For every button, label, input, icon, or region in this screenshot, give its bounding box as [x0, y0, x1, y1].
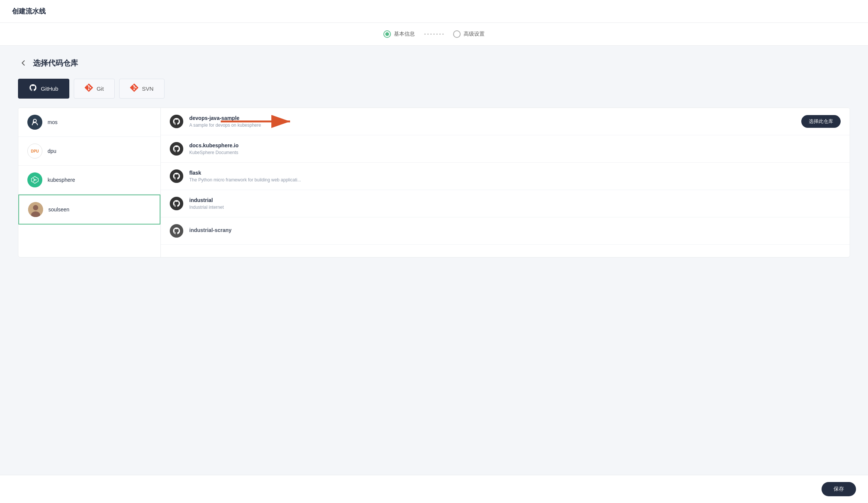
step-2-label: 高级设置	[464, 31, 485, 37]
github-tab-icon	[29, 84, 37, 94]
repo-desc-docs-kubesphere: KubeSphere Documents	[189, 150, 841, 155]
repo-item-devops-java-sample: devops-java-sample A sample for devops o…	[161, 108, 850, 135]
repo-icon-docs-kubesphere	[170, 142, 183, 156]
git-tab-icon	[85, 84, 93, 94]
repo-icon-industrial-scrany	[170, 224, 183, 238]
repo-item-docs-kubesphere: docs.kubesphere.io KubeSphere Documents	[161, 135, 850, 163]
account-item-kubesphere[interactable]: kubesphere	[18, 166, 160, 195]
repo-info-industrial: industrial Industrial internet	[189, 197, 841, 210]
save-button[interactable]: 保存	[822, 482, 856, 496]
repo-name-flask: flask	[189, 170, 841, 176]
repos-panel: devops-java-sample A sample for devops o…	[161, 108, 850, 257]
step-2-circle	[453, 30, 461, 38]
repo-item-industrial: industrial Industrial internet	[161, 190, 850, 217]
page-title: 创建流水线	[12, 7, 46, 15]
page-header: 创建流水线	[0, 0, 868, 23]
repo-name-docs-kubesphere: docs.kubesphere.io	[189, 142, 841, 148]
tab-github-label: GitHub	[41, 85, 58, 92]
account-avatar-mos	[27, 115, 42, 130]
main-content: 选择代码仓库 GitHub Git	[0, 46, 868, 269]
account-item-mos[interactable]: mos	[18, 108, 160, 137]
repo-desc-industrial: Industrial internet	[189, 205, 841, 210]
back-button[interactable]	[18, 58, 28, 68]
repo-info-docs-kubesphere: docs.kubesphere.io KubeSphere Documents	[189, 142, 841, 155]
account-name-kubesphere: kubesphere	[48, 177, 75, 183]
section-header: 选择代码仓库	[18, 58, 850, 68]
repo-desc-devops-java-sample: A sample for devops on kubesphere	[189, 123, 795, 128]
repo-item-industrial-scrany: industrial-scrany	[161, 217, 850, 245]
section-title: 选择代码仓库	[33, 58, 78, 68]
account-avatar-kubesphere	[27, 172, 42, 187]
repo-info-devops-java-sample: devops-java-sample A sample for devops o…	[189, 115, 795, 128]
step-2: 高级设置	[453, 30, 485, 38]
bottom-bar: 保存	[0, 475, 868, 503]
tab-svn-label: SVN	[142, 85, 154, 92]
tab-svn[interactable]: SVN	[119, 79, 165, 99]
svg-point-1	[33, 121, 34, 123]
step-1-indicator	[385, 32, 389, 36]
account-avatar-dpu: DPU	[27, 144, 42, 159]
select-repo-button[interactable]: 选择此仓库	[801, 115, 841, 128]
tab-github[interactable]: GitHub	[18, 79, 69, 99]
tab-git[interactable]: Git	[74, 79, 115, 99]
svg-point-4	[33, 205, 38, 210]
step-divider	[424, 34, 444, 34]
account-item-soulseen[interactable]: soulseen	[18, 195, 160, 225]
repo-name-industrial: industrial	[189, 197, 841, 203]
step-1-circle	[383, 30, 391, 38]
repo-icon-flask	[170, 169, 183, 183]
repo-name-industrial-scrany: industrial-scrany	[189, 227, 841, 233]
account-name-dpu: dpu	[48, 148, 56, 154]
step-1: 基本信息	[383, 30, 415, 38]
steps-bar: 基本信息 高级设置	[0, 23, 868, 46]
repo-icon-industrial	[170, 197, 183, 210]
repo-item-flask: flask The Python micro framework for bui…	[161, 163, 850, 190]
account-item-dpu[interactable]: DPU dpu	[18, 137, 160, 166]
account-name-mos: mos	[48, 119, 57, 125]
svn-tab-icon	[130, 84, 138, 94]
repo-desc-flask: The Python micro framework for building …	[189, 177, 841, 183]
repo-icon-devops-java-sample	[170, 115, 183, 128]
repo-info-flask: flask The Python micro framework for bui…	[189, 170, 841, 183]
step-1-label: 基本信息	[394, 31, 415, 37]
content-area: mos DPU dpu kubesphere	[18, 108, 850, 257]
tab-git-label: Git	[97, 85, 104, 92]
account-name-soulseen: soulseen	[48, 207, 69, 213]
accounts-panel: mos DPU dpu kubesphere	[18, 108, 161, 257]
account-avatar-soulseen	[28, 202, 43, 217]
repo-name-devops-java-sample: devops-java-sample	[189, 115, 795, 121]
repo-info-industrial-scrany: industrial-scrany	[189, 227, 841, 235]
repo-type-tabs: GitHub Git SVN	[18, 79, 850, 99]
